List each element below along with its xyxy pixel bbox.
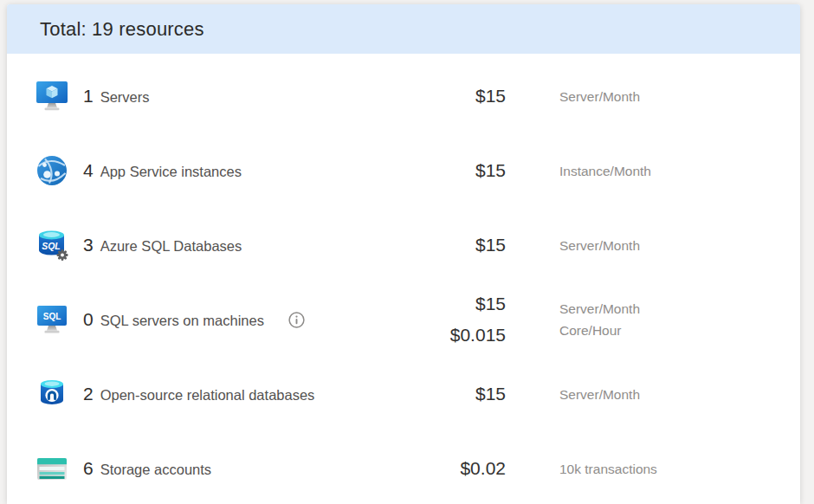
azure-sql-database-icon: SQL	[35, 228, 83, 262]
resource-label: Azure SQL Databases	[100, 238, 242, 255]
price-value: $0.02	[391, 453, 506, 484]
price-unit: Core/Hour	[559, 320, 800, 341]
price-values: $15 $0.015	[391, 288, 506, 351]
price-value: $0.015	[391, 320, 506, 351]
servers-icon	[35, 79, 83, 113]
row-open-source-db: 2 Open-source relational databases $15 S…	[7, 357, 800, 431]
price-unit: Server/Month	[559, 235, 800, 256]
price-unit: Server/Month	[559, 298, 800, 320]
app-service-icon	[35, 153, 83, 188]
resource-label: Servers	[100, 89, 150, 106]
storage-accounts-icon	[35, 451, 83, 486]
row-storage-accounts: 6 Storage accounts $0.02 10k transaction…	[7, 431, 800, 504]
resource-count: 6	[83, 458, 94, 479]
resource-label: SQL servers on machines	[100, 313, 264, 329]
resource-count: 1	[83, 86, 94, 107]
row-sql-on-machines: SQL 0 SQL servers on machines $15	[7, 282, 800, 357]
resource-count: 2	[83, 384, 94, 404]
row-servers: 1 Servers $15 Server/Month	[7, 59, 800, 133]
resource-label: Storage accounts	[100, 462, 211, 478]
info-icon[interactable]	[288, 312, 305, 328]
price-unit: Server/Month	[559, 384, 800, 405]
price-units: Server/Month Core/Hour	[559, 298, 800, 341]
resource-label: App Service instances	[100, 164, 242, 180]
svg-text:SQL: SQL	[42, 241, 61, 251]
panel-header: Total: 19 resources	[7, 4, 800, 54]
resource-count: 0	[83, 309, 94, 330]
cost-estimate-panel: Total: 19 resources 1 Servers $15 S	[7, 4, 800, 504]
price-value: $15	[391, 229, 506, 261]
resource-label: Open-source relational databases	[100, 387, 315, 404]
price-value: $15	[391, 378, 506, 410]
price-value: $15	[391, 81, 506, 112]
resource-rows: 1 Servers $15 Server/Month	[7, 54, 800, 504]
price-value: $15	[391, 288, 506, 320]
price-unit: Server/Month	[559, 86, 800, 107]
panel-title: Total: 19 resources	[40, 18, 204, 41]
resource-count: 3	[83, 235, 94, 255]
sql-server-on-machine-icon: SQL	[35, 302, 83, 337]
open-source-db-icon	[35, 377, 83, 411]
price-value: $15	[391, 155, 506, 186]
row-app-service: 4 App Service instances $15 Instance/Mon…	[7, 133, 800, 208]
resource-count: 4	[83, 160, 94, 181]
row-azure-sql: SQL 3 Azure SQL Databases $15 Serve	[7, 208, 800, 282]
price-unit: Instance/Month	[559, 160, 800, 182]
svg-text:SQL: SQL	[43, 312, 61, 321]
price-unit: 10k transactions	[559, 458, 800, 480]
